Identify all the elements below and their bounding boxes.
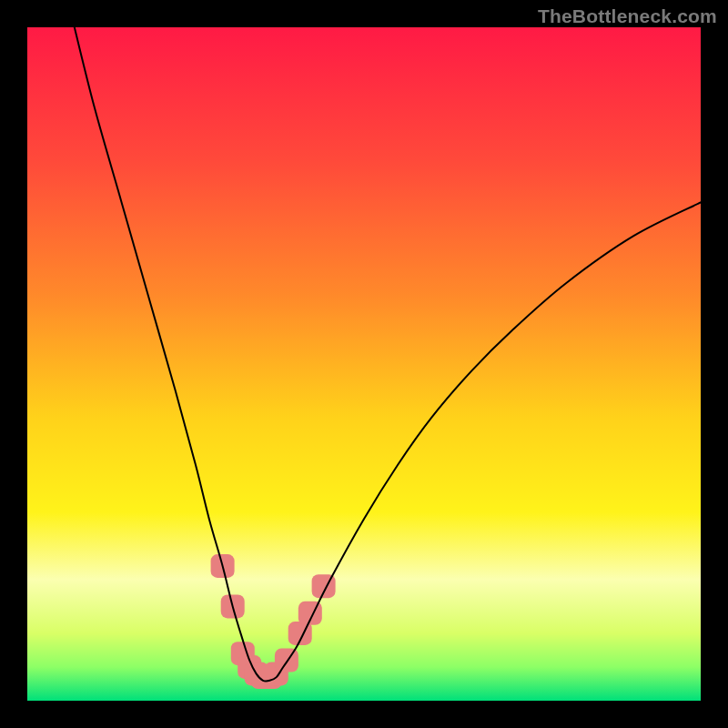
watermark-text: TheBottleneck.com: [538, 5, 717, 27]
chart-background: [27, 27, 701, 701]
chart-frame: TheBottleneck.com: [0, 0, 728, 728]
highlight-marker: [275, 649, 298, 672]
plot-area: [27, 27, 701, 701]
chart-svg: [27, 27, 701, 701]
